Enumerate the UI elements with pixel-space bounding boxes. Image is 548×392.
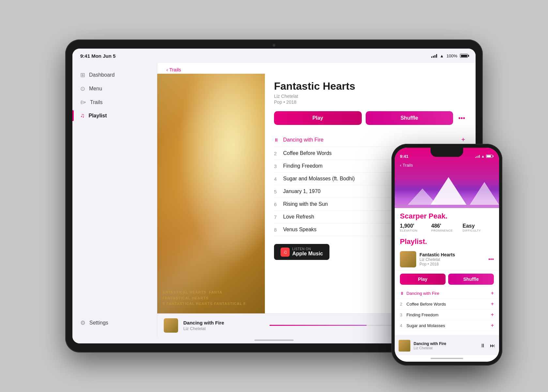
- iphone-now-playing-bar: Dancing with Fire Liz Chetelat ⏸ ⏭: [395, 336, 499, 355]
- difficulty-label: Difficulty: [463, 229, 494, 232]
- iphone-play-button[interactable]: Play: [400, 274, 446, 285]
- iphone-track-name-4: Sugar and Molasses: [406, 323, 491, 328]
- home-indicator: [254, 339, 294, 341]
- sidebar-label-playlist: Playlist: [89, 113, 107, 119]
- apple-music-text: Listen on Apple Music: [292, 247, 323, 257]
- album-title: Fantastic Hearts: [274, 80, 466, 92]
- difficulty-value: Easy: [463, 223, 494, 229]
- iphone-np-artist: Liz Chetelat: [414, 346, 477, 350]
- sidebar-label-dashboard: Dashboard: [89, 72, 114, 78]
- iphone-track-row-4[interactable]: 4 Sugar and Molasses +: [395, 320, 499, 331]
- iphone-track-row-1[interactable]: ⏸ Dancing with Fire +: [395, 288, 499, 299]
- iphone-track-list: ⏸ Dancing with Fire + 2 Coffee Before Wo…: [395, 288, 499, 336]
- iphone-status-right: ▲: [475, 154, 493, 158]
- svg-marker-2: [431, 177, 466, 205]
- apple-music-label: Apple Music: [292, 251, 323, 257]
- sidebar-label-menu: Menu: [89, 86, 102, 92]
- iphone-battery-icon: [486, 155, 493, 158]
- iphone-stat-elevation: 1,900' Elevation: [400, 223, 431, 232]
- iphone-content: Scarper Peak. 1,900' Elevation 486' Prom…: [395, 208, 499, 336]
- track-num-2: 2: [274, 151, 283, 156]
- settings-icon: ⚙: [80, 319, 85, 326]
- iphone-track-name-2: Coffee Before Words: [406, 302, 491, 307]
- iphone-trail-title: Scarper Peak.: [395, 208, 499, 223]
- iphone-time: 9:41: [400, 154, 408, 159]
- album-artist: Liz Chetelat: [274, 94, 466, 99]
- listen-on-label: Listen on: [292, 247, 323, 251]
- play-button[interactable]: Play: [274, 111, 362, 125]
- iphone-track-num-1: ⏸: [400, 291, 406, 296]
- iphone-ff-button[interactable]: ⏭: [490, 343, 495, 349]
- sidebar-item-playlist[interactable]: ♫ Playlist: [72, 109, 157, 122]
- iphone-album-info: Fantastic Hearts Liz Chetelat Pop • 2018: [419, 252, 485, 266]
- menu-icon: ⊙: [80, 85, 85, 92]
- iphone-track-num-4: 4: [400, 323, 406, 328]
- prominence-value: 486': [431, 223, 463, 229]
- album-art: ANTASTICAL HEARTS FANTA FANTASTICAL HEAR…: [157, 74, 265, 313]
- track-num-7: 7: [274, 214, 283, 220]
- iphone-signal-icon: [475, 155, 480, 158]
- svg-marker-0: [470, 182, 499, 205]
- shuffle-button[interactable]: Shuffle: [366, 111, 453, 125]
- iphone-track-add-1[interactable]: +: [491, 290, 494, 296]
- np-artist: Liz Chetelat: [183, 326, 264, 331]
- dashboard-icon: ⊞: [80, 71, 85, 79]
- iphone-back-chevron-icon: ‹: [400, 163, 401, 168]
- back-nav[interactable]: ‹ Trails: [157, 63, 476, 74]
- iphone-pause-button[interactable]: ⏸: [480, 343, 485, 349]
- sidebar-item-dashboard[interactable]: ⊞ Dashboard: [72, 68, 157, 82]
- track-num-1: ⏸: [274, 137, 283, 143]
- iphone-album-thumbnail: [400, 251, 416, 267]
- iphone-wifi-icon: ▲: [481, 154, 485, 158]
- iphone-track-num-3: 3: [400, 312, 406, 317]
- album-art-container: ANTASTICAL HEARTS FANTA FANTASTICAL HEAR…: [157, 74, 265, 313]
- iphone-notch: [431, 148, 463, 157]
- elevation-label: Elevation: [400, 229, 431, 232]
- more-button[interactable]: •••: [457, 114, 466, 122]
- iphone-track-add-3[interactable]: +: [491, 312, 494, 318]
- iphone-track-row-3[interactable]: 3 Finding Freedom +: [395, 309, 499, 320]
- iphone-track-add-2[interactable]: +: [491, 301, 494, 307]
- track-add-1[interactable]: +: [460, 136, 466, 143]
- iphone-mountains: [395, 169, 499, 208]
- iphone-stat-prominence: 486' Prominence: [431, 223, 463, 232]
- settings-item[interactable]: ⚙ Settings: [80, 319, 149, 326]
- iphone-np-info: Dancing with Fire Liz Chetelat: [414, 341, 477, 350]
- iphone-track-num-2: 2: [400, 302, 406, 307]
- np-progress-fill: [269, 325, 367, 326]
- track-num-8: 8: [274, 227, 283, 233]
- sidebar-bottom: ⚙ Settings: [72, 314, 157, 332]
- iphone-screen: 9:41 ▲ ‹: [395, 148, 499, 362]
- track-num-5: 5: [274, 189, 283, 194]
- iphone-track-row-2[interactable]: 2 Coffee Before Words +: [395, 299, 499, 309]
- apple-music-button[interactable]: ♫ Listen on Apple Music: [274, 244, 329, 260]
- sidebar-label-trails: Trails: [90, 99, 103, 105]
- back-chevron-icon: ‹: [166, 67, 168, 72]
- iphone-more-button[interactable]: •••: [488, 256, 494, 262]
- elevation-value: 1,900': [400, 223, 431, 229]
- prominence-label: Prominence: [431, 229, 463, 232]
- iphone-shuffle-button[interactable]: Shuffle: [448, 274, 494, 285]
- pause-icon: ⏸: [274, 137, 279, 143]
- track-num-3: 3: [274, 163, 283, 169]
- iphone-track-name-3: Finding Freedom: [406, 312, 491, 317]
- status-time: 9:41 Mon Jun 5: [80, 53, 115, 59]
- iphone-album-meta: Pop • 2018: [419, 262, 485, 266]
- signal-bars-icon: [431, 54, 437, 58]
- sidebar-item-trails[interactable]: ⌲ Trails: [72, 96, 157, 109]
- iphone-home-indicator: [431, 358, 463, 359]
- sidebar-item-menu[interactable]: ⊙ Menu: [72, 82, 157, 96]
- battery-icon: [460, 54, 468, 58]
- iphone-stats: 1,900' Elevation 486' Prominence Easy Di…: [395, 223, 499, 236]
- iphone-playlist-card: Fantastic Hearts Liz Chetelat Pop • 2018…: [395, 249, 499, 270]
- iphone-album-title: Fantastic Hearts: [419, 252, 485, 257]
- mountains-illustration: [398, 172, 496, 208]
- iphone-back-label: Trails: [403, 163, 413, 168]
- iphone-back-nav[interactable]: ‹ Trails: [395, 162, 499, 169]
- np-title: Dancing with Fire: [183, 320, 264, 325]
- track-num-4: 4: [274, 176, 283, 182]
- back-label: Trails: [169, 67, 181, 72]
- iphone-frame: 9:41 ▲ ‹: [391, 144, 502, 366]
- iphone-track-add-4[interactable]: +: [491, 323, 494, 328]
- sidebar-nav: ⊞ Dashboard ⊙ Menu ⌲ Trails ♫ Playlist: [72, 68, 157, 314]
